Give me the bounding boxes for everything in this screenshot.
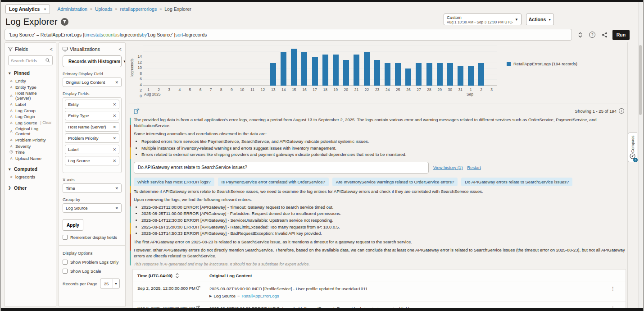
histogram-bar[interactable] — [343, 60, 349, 86]
remove-icon[interactable]: ✕ — [113, 80, 118, 85]
field-item[interactable]: ALabel — [8, 101, 53, 108]
field-item[interactable]: Time — [8, 149, 53, 156]
chart-y-tick: 4 — [140, 82, 142, 87]
field-item[interactable]: AEntity Type — [8, 84, 53, 91]
histogram-bar[interactable] — [364, 52, 370, 86]
primary-display-field-value: Original Log Content — [66, 80, 105, 85]
field-item[interactable]: AOriginal Log Content — [8, 126, 53, 137]
time-range-select[interactable]: Custom Aug 1 10:30 AM - Sep 3 12:00 PM U… — [444, 14, 522, 25]
collapse-left-icon[interactable]: < — [50, 46, 53, 52]
remove-icon[interactable]: ✕ — [111, 102, 116, 107]
histogram-bar[interactable] — [354, 55, 359, 86]
histogram-bar[interactable] — [270, 63, 276, 86]
expand-row-icon[interactable]: ▶ — [209, 294, 212, 298]
remove-icon[interactable]: ✕ — [111, 136, 116, 141]
fields-section-other[interactable]: ❯Other — [8, 185, 53, 191]
field-item[interactable]: ALog Source| Clear — [8, 120, 53, 126]
chart-column: 25 — [393, 46, 403, 92]
field-item[interactable]: AProblem Priority — [8, 137, 53, 143]
remove-icon[interactable]: ✕ — [111, 147, 116, 152]
actions-button[interactable]: Actions ▼ — [526, 14, 554, 25]
visualizations-panel: Visualizations < Records with Histogram … — [59, 42, 126, 307]
collapse-left-icon[interactable]: < — [119, 46, 122, 52]
help-icon[interactable]: ? — [588, 31, 596, 39]
display-field-label: Label — [68, 147, 78, 152]
histogram-bar[interactable] — [458, 66, 463, 86]
histogram-bar[interactable] — [333, 55, 339, 86]
remove-icon[interactable]: ✕ — [113, 186, 118, 191]
histogram-bar[interactable] — [312, 57, 318, 86]
export-icon[interactable] — [196, 286, 200, 291]
showing-count: Showing 1 - 25 of 194 — [575, 109, 617, 114]
histogram-bar[interactable] — [478, 63, 484, 86]
histogram-bar[interactable] — [385, 63, 390, 86]
histogram-bar[interactable] — [395, 63, 401, 86]
fields-section-pinned[interactable]: ∨Pinned — [8, 70, 53, 76]
histogram-bar[interactable] — [281, 52, 286, 86]
remove-icon[interactable]: ✕ — [113, 206, 118, 210]
field-item[interactable]: #logrecords — [8, 174, 53, 180]
remove-icon[interactable]: ✕ — [111, 125, 116, 129]
row-menu-kebab-icon[interactable]: ⋮ — [605, 286, 621, 299]
histogram-bar[interactable] — [291, 49, 297, 86]
field-item[interactable]: ALog Origin — [8, 114, 53, 120]
chart-column: 20 — [341, 46, 351, 92]
scrollbar[interactable] — [638, 2, 642, 308]
histogram-bar[interactable] — [301, 52, 307, 86]
field-item[interactable]: ALog Group — [8, 107, 53, 114]
remove-icon[interactable]: ✕ — [111, 114, 116, 118]
histogram-bar[interactable] — [374, 60, 380, 86]
chart-bar-zone — [476, 46, 486, 86]
question-input[interactable] — [134, 162, 429, 174]
chart-column: 24 — [382, 46, 393, 92]
search-input[interactable] — [11, 58, 45, 63]
sort-icon[interactable] — [176, 273, 179, 278]
apply-button[interactable]: Apply — [63, 219, 83, 231]
suggested-question-chip[interactable]: Which service has most ERROR logs? — [134, 178, 214, 186]
fields-section-computed[interactable]: ∨Computed — [8, 166, 53, 172]
scrollbar-thumb[interactable] — [639, 45, 642, 115]
show-log-scale-checkbox[interactable]: Show Log Scale — [63, 269, 122, 274]
chart-x-sublabel: Sep — [467, 92, 473, 96]
breadcrumb-item[interactable]: Uploads — [95, 6, 113, 12]
run-button[interactable]: Run — [612, 30, 630, 40]
filter-icon[interactable] — [61, 18, 68, 26]
query-input[interactable]: 'Log Source' = RetailAppErrorLogs | time… — [5, 29, 572, 41]
share-icon[interactable] — [600, 31, 608, 39]
restart-link[interactable]: Restart — [467, 165, 481, 170]
show-problem-logs-checkbox[interactable]: Show Problem Logs Only — [63, 260, 122, 265]
field-item[interactable]: AUpload Name — [8, 156, 53, 162]
chart-type-select[interactable]: Records with Histogram ▼ — [63, 55, 122, 67]
field-item[interactable]: AHost Name (Server) — [8, 90, 53, 101]
info-icon[interactable]: i — [619, 108, 624, 114]
histogram-bar[interactable] — [416, 63, 422, 86]
page-title: Log Explorer — [5, 17, 58, 27]
chart-x-tick: 23 — [372, 86, 382, 92]
histogram-bar[interactable] — [426, 63, 432, 86]
field-item[interactable]: ASeverity — [8, 143, 53, 149]
app-switcher-select[interactable]: Log Analytics ▼ — [5, 5, 50, 14]
records-per-page-select[interactable]: 25 ▼ — [100, 279, 120, 288]
histogram-chart: logrecords 02468101214 1Aug 202523456789… — [129, 42, 627, 103]
compass-tab[interactable]: Compass 0 — [628, 133, 637, 162]
export-icon[interactable] — [132, 107, 141, 115]
clock-icon — [9, 150, 13, 155]
breadcrumb-item[interactable]: Administration — [57, 6, 87, 12]
suggested-question-chip[interactable]: Do APIGateway errors relate to SearchSer… — [461, 178, 572, 186]
breadcrumb-item[interactable]: retailapperrorlogs — [120, 6, 157, 12]
ai-accent-border — [130, 118, 131, 265]
histogram-bar[interactable] — [468, 66, 474, 86]
remove-icon[interactable]: ✕ — [111, 159, 116, 163]
suggested-question-chip[interactable]: Is PaymentService error correlated with … — [218, 178, 329, 186]
field-item[interactable]: AEntity — [8, 78, 53, 84]
histogram-bar[interactable] — [447, 63, 453, 86]
histogram-bar[interactable] — [405, 69, 411, 86]
expand-query-icon[interactable] — [576, 31, 584, 39]
log-source-link[interactable]: RetailAppErrorLogs — [242, 293, 279, 298]
histogram-bar[interactable] — [437, 63, 443, 86]
view-history-link[interactable]: View history (1) — [433, 165, 463, 170]
remember-display-fields-checkbox[interactable]: Remember display fields — [63, 235, 122, 240]
histogram-bar[interactable] — [322, 55, 328, 86]
suggested-question-chip[interactable]: Are InventoryService warnings related to… — [332, 178, 458, 186]
clear-filter-link[interactable]: | Clear — [41, 120, 52, 125]
